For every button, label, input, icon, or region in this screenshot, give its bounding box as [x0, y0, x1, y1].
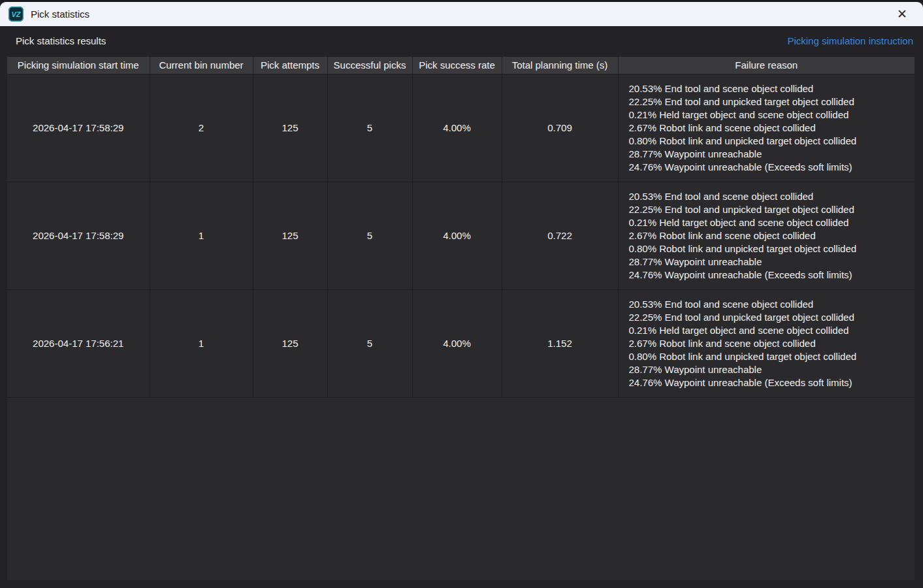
header-bar: Pick statistics results Picking simulati…	[0, 26, 923, 57]
cell-planning-time: 0.709	[502, 74, 618, 182]
failure-reason-line: 20.53% End tool and scene object collide…	[629, 298, 910, 311]
pick-statistics-window: VZ Pick statistics ✕ Pick statistics res…	[0, 0, 923, 588]
table-header-row: Picking simulation start time Current bi…	[7, 57, 915, 74]
cell-failure-reason: 20.53% End tool and scene object collide…	[618, 289, 915, 397]
failure-reason-line: 0.21% Held target object and scene objec…	[629, 324, 910, 337]
failure-reason-line: 2.67% Robot link and scene object collid…	[629, 122, 910, 135]
cell-successful-picks: 5	[327, 74, 412, 182]
cell-planning-time: 0.722	[502, 182, 618, 289]
cell-bin-number: 2	[150, 74, 253, 182]
failure-reason-line: 2.67% Robot link and scene object collid…	[629, 337, 910, 350]
picking-simulation-instruction-link[interactable]: Picking simulation instruction	[787, 35, 913, 46]
column-header-failure-reason[interactable]: Failure reason	[618, 57, 915, 74]
failure-reason-line: 20.53% End tool and scene object collide…	[629, 82, 910, 95]
column-header-pick-attempts[interactable]: Pick attempts	[253, 57, 327, 74]
cell-start-time: 2026-04-17 17:56:21	[7, 289, 150, 397]
cell-pick-attempts: 125	[253, 182, 327, 289]
column-header-successful-picks[interactable]: Successful picks	[327, 57, 412, 74]
cell-successful-picks: 5	[327, 289, 412, 397]
cell-start-time: 2026-04-17 17:58:29	[7, 74, 150, 182]
statistics-table-area: Picking simulation start time Current bi…	[7, 57, 915, 580]
column-header-bin-number[interactable]: Current bin number	[150, 57, 253, 74]
failure-reason-line: 2.67% Robot link and scene object collid…	[629, 229, 910, 242]
failure-reason-line: 24.76% Waypoint unreachable (Exceeds sof…	[629, 161, 910, 174]
cell-bin-number: 1	[150, 182, 253, 289]
app-logo-icon: VZ	[8, 7, 24, 22]
statistics-table: Picking simulation start time Current bi…	[7, 57, 915, 398]
failure-reason-line: 24.76% Waypoint unreachable (Exceeds sof…	[629, 376, 910, 389]
column-header-start-time[interactable]: Picking simulation start time	[7, 57, 150, 74]
failure-reason-line: 24.76% Waypoint unreachable (Exceeds sof…	[629, 269, 910, 282]
failure-reason-line: 20.53% End tool and scene object collide…	[629, 190, 910, 203]
failure-reason-line: 22.25% End tool and unpicked target obje…	[629, 95, 910, 108]
failure-reason-line: 0.21% Held target object and scene objec…	[629, 216, 910, 229]
window-title: Pick statistics	[31, 8, 89, 20]
cell-pick-attempts: 125	[253, 289, 327, 397]
cell-success-rate: 4.00%	[412, 74, 502, 182]
cell-failure-reason: 20.53% End tool and scene object collide…	[618, 182, 915, 289]
failure-reason-line: 0.21% Held target object and scene objec…	[629, 108, 910, 122]
failure-reason-line: 0.80% Robot link and unpicked target obj…	[629, 135, 910, 148]
cell-success-rate: 4.00%	[412, 289, 502, 397]
close-icon[interactable]: ✕	[889, 2, 915, 26]
failure-reason-line: 22.25% End tool and unpicked target obje…	[629, 311, 910, 324]
cell-planning-time: 1.152	[502, 289, 618, 397]
cell-start-time: 2026-04-17 17:58:29	[7, 182, 150, 289]
table-row[interactable]: 2026-04-17 17:58:29 1 125 5 4.00% 0.722 …	[7, 182, 915, 289]
results-title: Pick statistics results	[16, 35, 106, 46]
column-header-planning-time[interactable]: Total planning time (s)	[502, 57, 618, 74]
cell-pick-attempts: 125	[253, 74, 327, 182]
failure-reason-line: 28.77% Waypoint unreachable	[629, 363, 910, 376]
title-bar[interactable]: VZ Pick statistics ✕	[0, 2, 923, 26]
cell-successful-picks: 5	[327, 182, 412, 289]
failure-reason-line: 28.77% Waypoint unreachable	[629, 255, 910, 269]
cell-failure-reason: 20.53% End tool and scene object collide…	[618, 74, 915, 182]
failure-reason-line: 22.25% End tool and unpicked target obje…	[629, 203, 910, 216]
cell-success-rate: 4.00%	[412, 182, 502, 289]
cell-bin-number: 1	[150, 289, 253, 397]
failure-reason-line: 28.77% Waypoint unreachable	[629, 148, 910, 161]
table-body: 2026-04-17 17:58:29 2 125 5 4.00% 0.709 …	[7, 74, 915, 397]
column-header-success-rate[interactable]: Pick success rate	[412, 57, 502, 74]
table-row[interactable]: 2026-04-17 17:58:29 2 125 5 4.00% 0.709 …	[7, 74, 915, 182]
table-row[interactable]: 2026-04-17 17:56:21 1 125 5 4.00% 1.152 …	[7, 289, 915, 397]
failure-reason-line: 0.80% Robot link and unpicked target obj…	[629, 242, 910, 255]
failure-reason-line: 0.80% Robot link and unpicked target obj…	[629, 350, 910, 363]
